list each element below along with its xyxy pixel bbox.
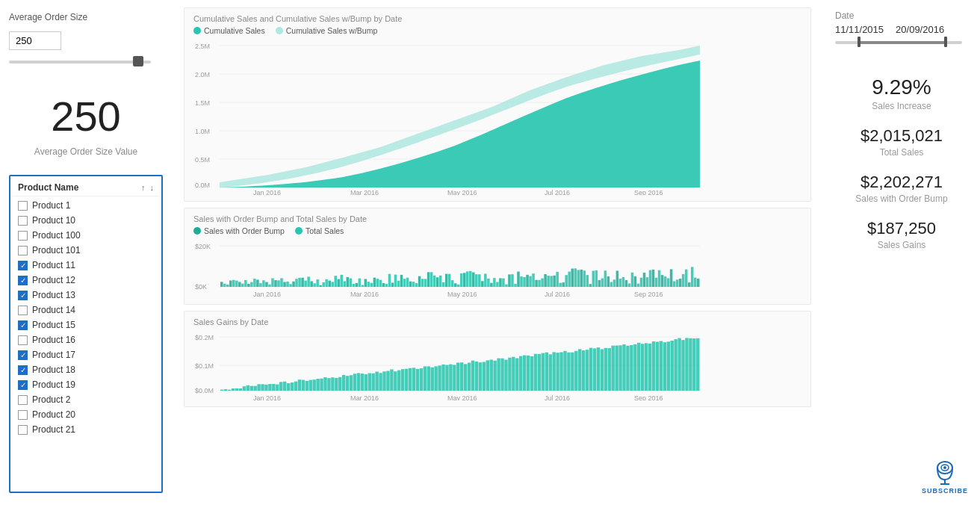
- legend-label-bump: Cumulative Sales w/Bump: [286, 26, 378, 35]
- svg-rect-116: [505, 285, 508, 287]
- svg-rect-282: [552, 352, 555, 391]
- svg-rect-199: [246, 385, 249, 391]
- slicer-item[interactable]: Product 14: [13, 303, 158, 317]
- svg-rect-174: [679, 279, 682, 287]
- legend-total-sales: Total Sales: [295, 226, 344, 235]
- slicer-checkbox[interactable]: [18, 306, 28, 315]
- slicer-checkbox[interactable]: [18, 425, 28, 435]
- date-thumb-left[interactable]: [858, 37, 860, 47]
- slicer-checkbox[interactable]: [18, 410, 28, 420]
- sort-asc-icon[interactable]: ↑: [141, 183, 146, 192]
- legend-dot-total: [295, 227, 303, 235]
- svg-rect-163: [646, 277, 649, 287]
- slicer-item[interactable]: ✓Product 15: [13, 317, 158, 332]
- slicer-item[interactable]: Product 101: [13, 243, 158, 258]
- sales-gains-value: $187,250: [835, 219, 968, 238]
- svg-rect-173: [676, 279, 679, 287]
- svg-rect-320: [692, 338, 695, 391]
- stat-sales-increase: 9.29% Sales Increase: [835, 75, 968, 111]
- slicer-item[interactable]: ✓Product 11: [13, 258, 158, 273]
- svg-rect-249: [430, 368, 433, 391]
- svg-text:1.5M: 1.5M: [195, 99, 210, 107]
- svg-rect-263: [483, 362, 486, 391]
- svg-rect-233: [371, 374, 374, 391]
- svg-rect-65: [353, 284, 356, 287]
- slicer-item[interactable]: Product 20: [13, 407, 158, 422]
- svg-rect-91: [430, 272, 433, 287]
- svg-rect-31: [250, 282, 253, 287]
- svg-rect-28: [241, 284, 244, 287]
- avg-order-slider-track[interactable]: [9, 61, 151, 63]
- svg-rect-141: [580, 270, 583, 287]
- svg-rect-228: [353, 374, 356, 391]
- slicer-checkbox[interactable]: ✓: [18, 276, 28, 285]
- svg-rect-82: [403, 279, 406, 287]
- svg-rect-130: [547, 276, 550, 287]
- slicer-item[interactable]: Product 21: [13, 422, 158, 437]
- svg-rect-304: [633, 344, 636, 391]
- slicer-checkbox[interactable]: ✓: [18, 291, 28, 300]
- slicer-checkbox[interactable]: ✓: [18, 350, 28, 360]
- svg-rect-220: [323, 377, 326, 391]
- slicer-checkbox[interactable]: [18, 231, 28, 241]
- slicer-checkbox[interactable]: ✓: [18, 320, 28, 330]
- svg-rect-234: [375, 371, 378, 391]
- svg-rect-262: [479, 362, 482, 391]
- slicer-item[interactable]: Product 100: [13, 228, 158, 243]
- svg-rect-230: [361, 374, 364, 391]
- avg-order-slider-thumb[interactable]: [133, 56, 143, 66]
- svg-rect-68: [362, 285, 365, 287]
- svg-rect-113: [496, 282, 499, 287]
- slicer-item[interactable]: ✓Product 13: [13, 288, 158, 303]
- slicer-checkbox[interactable]: [18, 201, 28, 211]
- slicer-item[interactable]: ✓Product 17: [13, 347, 158, 362]
- slicer-item[interactable]: Product 2: [13, 392, 158, 407]
- date-thumb-right[interactable]: [944, 37, 947, 47]
- svg-rect-137: [568, 272, 571, 287]
- slicer-item[interactable]: ✓Product 12: [13, 273, 158, 288]
- date-slider-range: [858, 41, 947, 44]
- svg-rect-198: [243, 386, 246, 391]
- svg-rect-94: [439, 276, 442, 287]
- svg-text:Sep 2016: Sep 2016: [634, 189, 663, 195]
- subscribe-text[interactable]: SUBSCRIBE: [922, 487, 968, 495]
- svg-rect-142: [583, 270, 586, 287]
- svg-rect-267: [497, 359, 500, 391]
- slicer-item[interactable]: ✓Product 19: [13, 377, 158, 392]
- sort-desc-icon[interactable]: ↓: [150, 183, 155, 192]
- slicer-checkbox[interactable]: ✓: [18, 380, 28, 390]
- svg-rect-106: [475, 274, 478, 287]
- svg-rect-73: [376, 279, 379, 287]
- avg-order-input[interactable]: [9, 31, 61, 50]
- svg-rect-41: [280, 278, 283, 287]
- slicer-checkbox[interactable]: [18, 246, 28, 255]
- slicer-item[interactable]: Product 10: [13, 213, 158, 228]
- order-bump-label: Sales with Order Bump: [835, 193, 968, 204]
- svg-rect-162: [643, 273, 646, 287]
- slicer-checkbox[interactable]: ✓: [18, 365, 28, 375]
- slicer-item-label: Product 2: [32, 394, 70, 405]
- svg-rect-247: [424, 366, 427, 391]
- slicer-checkbox[interactable]: [18, 216, 28, 226]
- slicer-checkbox[interactable]: [18, 395, 28, 405]
- svg-rect-292: [589, 348, 592, 391]
- svg-rect-24: [229, 280, 232, 287]
- svg-rect-273: [519, 356, 522, 391]
- slicer-checkbox[interactable]: [18, 335, 28, 345]
- svg-rect-311: [660, 341, 663, 391]
- date-slider-track[interactable]: [835, 41, 962, 44]
- subscribe-badge[interactable]: SUBSCRIBE: [922, 459, 968, 495]
- slicer-item[interactable]: ✓Product 18: [13, 362, 158, 377]
- svg-rect-171: [670, 269, 673, 287]
- chart3-svg: $0.2M $0.1M $0.0M Jan 2016 Mar 2016 May …: [193, 329, 701, 400]
- slicer-sort-icons[interactable]: ↑ ↓: [141, 183, 154, 192]
- svg-rect-61: [341, 275, 344, 287]
- svg-rect-40: [277, 280, 280, 287]
- slicer-checkbox[interactable]: ✓: [18, 261, 28, 270]
- svg-text:2.0M: 2.0M: [195, 71, 210, 78]
- slicer-item[interactable]: Product 1: [13, 198, 158, 213]
- svg-rect-110: [487, 279, 490, 287]
- svg-rect-155: [622, 277, 625, 287]
- slicer-item[interactable]: Product 16: [13, 332, 158, 347]
- svg-rect-239: [394, 371, 397, 391]
